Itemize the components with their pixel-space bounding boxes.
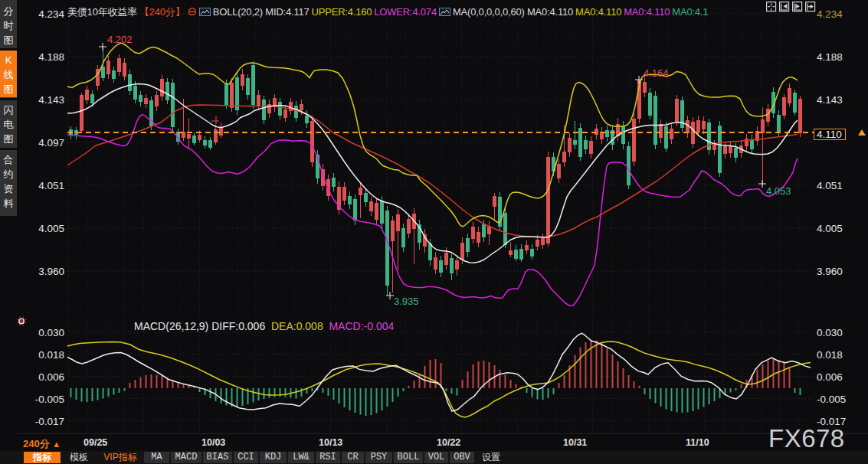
svg-text:3.935: 3.935 — [394, 296, 419, 307]
svg-text:-0.005: -0.005 — [35, 394, 64, 405]
svg-text:4.051: 4.051 — [38, 180, 64, 191]
svg-text:4.143: 4.143 — [817, 94, 843, 106]
svg-text:4.005: 4.005 — [38, 223, 64, 234]
svg-text:4.097: 4.097 — [38, 137, 64, 149]
svg-text:4.143: 4.143 — [38, 94, 64, 106]
svg-text:0.006: 0.006 — [38, 371, 64, 383]
svg-text:4.188: 4.188 — [817, 51, 843, 63]
svg-text:4.053: 4.053 — [766, 185, 791, 197]
svg-text:-0.017: -0.017 — [35, 416, 64, 427]
svg-text:0.018: 0.018 — [817, 349, 843, 361]
svg-text:0.030: 0.030 — [817, 327, 843, 338]
svg-text:4.234: 4.234 — [817, 8, 843, 20]
svg-text:4.202: 4.202 — [107, 34, 133, 45]
svg-text:3.960: 3.960 — [38, 266, 64, 277]
svg-text:4.110: 4.110 — [817, 129, 842, 140]
svg-text:4.188: 4.188 — [38, 51, 64, 63]
svg-text:3.960: 3.960 — [817, 266, 843, 277]
svg-text:4.164: 4.164 — [644, 67, 669, 79]
svg-text:0.030: 0.030 — [38, 327, 64, 338]
svg-text:0.006: 0.006 — [817, 371, 843, 383]
svg-text:4.005: 4.005 — [817, 223, 843, 234]
svg-text:0.018: 0.018 — [38, 349, 64, 361]
svg-text:-0.005: -0.005 — [817, 394, 846, 405]
svg-text:4.051: 4.051 — [817, 180, 843, 191]
svg-text:4.234: 4.234 — [38, 8, 64, 20]
